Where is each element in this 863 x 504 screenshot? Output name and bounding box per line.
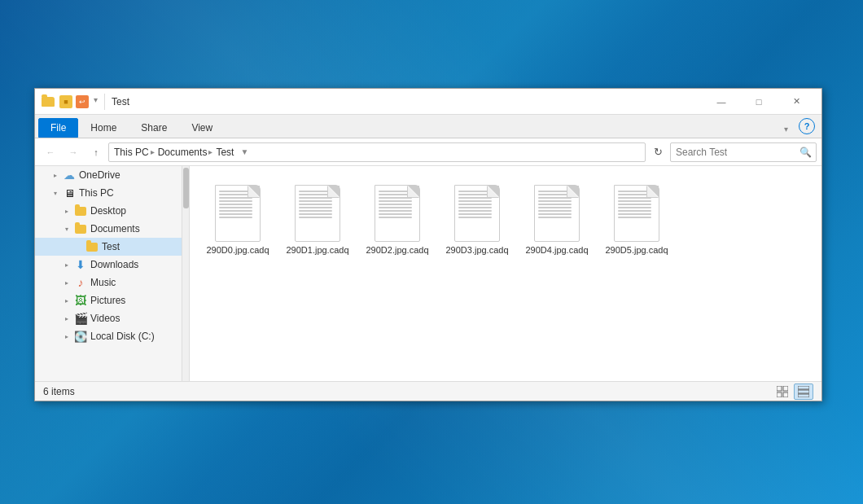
sidebar: ▸ ☁ OneDrive ▾ 🖥 This PC ▸ Desktop ▾ Doc… — [35, 166, 190, 381]
sidebar-item-pictures[interactable]: ▸ 🖼 Pictures — [35, 291, 189, 309]
address-bar: ← → ↑ This PC ▸ Documents ▸ Test ▼ ↻ 🔍 — [35, 138, 821, 166]
sidebar-item-documents[interactable]: ▾ Documents — [35, 220, 189, 238]
sidebar-label-videos: Videos — [90, 313, 120, 324]
file-item[interactable]: 290D3.jpg.cadq — [440, 177, 514, 370]
svg-rect-4 — [798, 386, 809, 389]
close-button[interactable]: ✕ — [778, 89, 815, 115]
file-item[interactable]: 290D1.jpg.cadq — [281, 177, 354, 370]
window-icon — [42, 95, 55, 108]
expand-videos[interactable]: ▸ — [61, 313, 72, 324]
disk-icon: 💽 — [74, 330, 87, 343]
videos-icon: 🎬 — [74, 312, 87, 325]
file-icon — [451, 182, 503, 244]
documents-icon — [74, 222, 87, 235]
path-documents[interactable]: Documents ▸ — [158, 147, 213, 158]
sidebar-item-this-pc[interactable]: ▾ 🖥 This PC — [35, 184, 189, 202]
window-title: Test — [112, 96, 703, 107]
tab-file[interactable]: File — [38, 118, 78, 138]
sidebar-label-onedrive: OneDrive — [79, 169, 120, 181]
music-icon: ♪ — [74, 276, 87, 289]
sidebar-item-test[interactable]: Test — [35, 238, 189, 256]
expand-downloads[interactable]: ▸ — [61, 259, 72, 270]
sidebar-label-pictures: Pictures — [90, 295, 125, 306]
file-name: 290D2.jpg.cadq — [366, 244, 428, 256]
explorer-window: ■ ↩ ▾ Test — □ ✕ File Home Share View ▾ … — [34, 88, 822, 401]
file-page — [614, 185, 659, 242]
maximize-button[interactable]: □ — [740, 89, 778, 115]
expand-documents[interactable]: ▾ — [61, 223, 72, 234]
main-area: ▸ ☁ OneDrive ▾ 🖥 This PC ▸ Desktop ▾ Doc… — [35, 166, 821, 381]
file-page — [454, 185, 500, 242]
quick-dropdown-icon[interactable]: ▾ — [94, 95, 98, 108]
file-name: 290D4.jpg.cadq — [525, 244, 588, 256]
file-icon — [291, 182, 344, 244]
svg-rect-0 — [777, 386, 782, 391]
file-page — [534, 185, 580, 242]
sidebar-item-downloads[interactable]: ▸ ⬇ Downloads — [35, 256, 189, 274]
expand-music[interactable]: ▸ — [61, 277, 72, 288]
path-test-label: Test — [216, 147, 234, 158]
files-grid: 290D0.jpg.cadq 290D1.jpg.cadq 290D2.jpg.… — [198, 174, 813, 373]
sidebar-label-desktop: Desktop — [90, 205, 126, 217]
file-item[interactable]: 290D0.jpg.cadq — [201, 177, 274, 370]
sidebar-scrollbar[interactable] — [182, 166, 189, 381]
title-bar: ■ ↩ ▾ Test — □ ✕ — [35, 89, 821, 115]
scrollbar-thumb — [183, 168, 189, 208]
item-count: 6 items — [43, 386, 75, 397]
file-name: 290D5.jpg.cadq — [605, 244, 668, 256]
downloads-icon: ⬇ — [74, 258, 87, 271]
file-item[interactable]: 290D4.jpg.cadq — [520, 177, 594, 370]
view-list-button[interactable] — [794, 383, 813, 400]
help-button[interactable]: ? — [799, 118, 815, 134]
quick-save-icon[interactable]: ■ — [59, 95, 72, 108]
path-test[interactable]: Test — [216, 147, 234, 158]
file-page — [215, 185, 261, 242]
sidebar-label-downloads: Downloads — [90, 259, 138, 270]
up-button[interactable]: ↑ — [85, 142, 107, 162]
forward-button[interactable]: → — [63, 142, 84, 162]
expand-pictures[interactable]: ▸ — [61, 295, 72, 306]
title-separator — [104, 94, 105, 110]
sidebar-label-music: Music — [90, 277, 116, 288]
sidebar-item-local-disk[interactable]: ▸ 💽 Local Disk (C:) — [35, 327, 189, 345]
file-item[interactable]: 290D5.jpg.cadq — [600, 177, 673, 370]
file-page — [375, 185, 420, 242]
expand-test[interactable] — [72, 241, 84, 252]
path-documents-label: Documents — [158, 147, 208, 158]
refresh-button[interactable]: ↻ — [647, 142, 668, 162]
sidebar-label-local-disk: Local Disk (C:) — [90, 331, 155, 342]
address-path[interactable]: This PC ▸ Documents ▸ Test ▼ — [108, 142, 646, 162]
search-input[interactable] — [670, 142, 817, 162]
file-page — [295, 185, 340, 242]
quick-undo-icon[interactable]: ↩ — [76, 95, 89, 108]
sidebar-label-test: Test — [102, 241, 120, 252]
file-item[interactable]: 290D2.jpg.cadq — [361, 177, 434, 370]
tab-share[interactable]: Share — [129, 118, 179, 138]
desktop-icon — [74, 204, 87, 217]
expand-local-disk[interactable]: ▸ — [61, 331, 72, 342]
expand-this-pc[interactable]: ▾ — [50, 187, 61, 199]
view-tiles-button[interactable] — [773, 383, 792, 400]
file-name: 290D0.jpg.cadq — [206, 244, 269, 256]
svg-rect-1 — [783, 386, 788, 391]
expand-desktop[interactable]: ▸ — [61, 205, 72, 217]
list-icon — [798, 386, 809, 397]
tab-home[interactable]: Home — [78, 118, 129, 138]
tab-view[interactable]: View — [179, 118, 225, 138]
svg-rect-5 — [798, 390, 809, 393]
minimize-button[interactable]: — — [703, 89, 740, 115]
sidebar-item-desktop[interactable]: ▸ Desktop — [35, 202, 189, 220]
view-buttons — [773, 383, 813, 400]
path-this-pc[interactable]: This PC ▸ — [114, 147, 155, 158]
sidebar-item-onedrive[interactable]: ▸ ☁ OneDrive — [35, 166, 189, 184]
back-button[interactable]: ← — [40, 142, 61, 162]
expand-onedrive[interactable]: ▸ — [50, 169, 61, 181]
ribbon-tabs: File Home Share View ▾ ? — [35, 115, 821, 138]
onedrive-icon: ☁ — [63, 169, 76, 182]
path-this-pc-label: This PC — [114, 147, 149, 158]
path-dropdown-btn[interactable]: ▼ — [240, 147, 248, 156]
sidebar-item-music[interactable]: ▸ ♪ Music — [35, 274, 189, 291]
file-name: 290D1.jpg.cadq — [286, 244, 348, 256]
ribbon-expand-btn[interactable]: ▾ — [777, 121, 795, 138]
sidebar-item-videos[interactable]: ▸ 🎬 Videos — [35, 309, 189, 327]
